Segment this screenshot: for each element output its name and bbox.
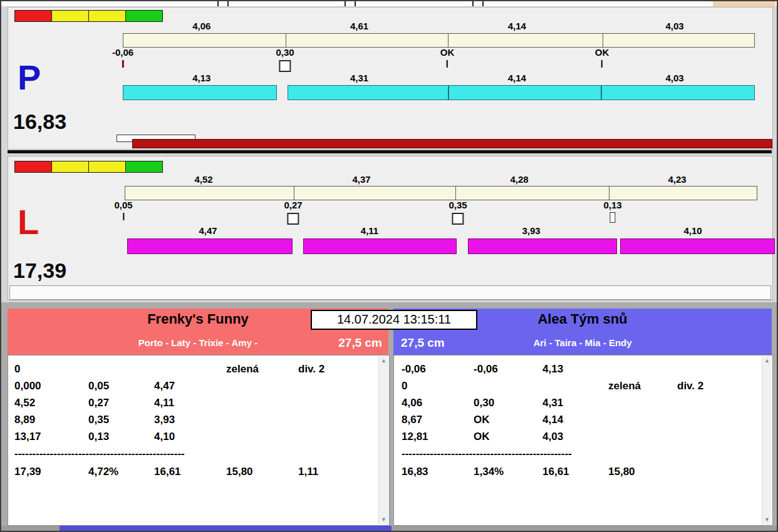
- separator-row: ----------------------------------------…: [14, 448, 277, 460]
- traffic-light-green: [125, 161, 163, 173]
- cell: 0: [14, 363, 88, 376]
- gate-tick: [123, 213, 124, 220]
- gate-value: 0,13: [603, 200, 621, 210]
- scroll-up-icon[interactable]: ▲: [762, 356, 772, 366]
- scrollbar[interactable]: ▲ ▼: [378, 356, 388, 524]
- cell: [608, 363, 677, 376]
- progress-bar-red: [132, 139, 772, 148]
- cell: div. 2: [298, 363, 324, 376]
- total-row: 16,831,34%16,6115,80: [402, 466, 677, 478]
- cell: 17,39: [14, 466, 88, 478]
- cell: [608, 397, 677, 409]
- top-tick: [472, 1, 474, 6]
- cell: div. 2: [677, 380, 703, 392]
- scroll-up-icon[interactable]: ▲: [379, 356, 388, 366]
- cell: 0,000: [14, 380, 88, 392]
- split-time-bottom: 4,11: [289, 225, 450, 237]
- sector-separator: [286, 34, 286, 47]
- empty-progress-track: [9, 285, 771, 300]
- result-row: 0zelenádiv. 2: [14, 363, 324, 376]
- traffic-light-yellow-1: [51, 161, 89, 173]
- cell: 4,11: [154, 397, 226, 409]
- cell: 4,52: [14, 397, 88, 409]
- gate-checkbox[interactable]: [452, 213, 464, 225]
- gate-value: 0,05: [114, 200, 132, 210]
- cell: 1,11: [298, 466, 318, 478]
- cell: 0,27: [88, 397, 154, 409]
- sector-separator: [448, 34, 449, 47]
- cell: 16,61: [542, 466, 608, 478]
- cell: [542, 380, 608, 392]
- gate-tick-red: [122, 60, 123, 68]
- split-time-top: 4,28: [440, 174, 598, 185]
- result-row: 4,520,274,11: [14, 397, 298, 409]
- bottom-strip: [1, 526, 777, 531]
- gate-checkbox[interactable]: [287, 213, 299, 225]
- separator-row: ----------------------------------------…: [402, 448, 665, 460]
- result-row: -0,06-0,064,13: [402, 363, 677, 376]
- cell: 15,80: [226, 466, 298, 478]
- result-row: 4,060,304,31: [402, 397, 677, 409]
- cell: -0,06: [402, 363, 474, 376]
- traffic-light-red: [14, 10, 52, 22]
- lap-bar-segment: [468, 238, 617, 254]
- cell: zelená: [608, 380, 677, 392]
- cell: [474, 380, 542, 392]
- run-total-time-l: 17,39: [13, 258, 66, 283]
- result-row: 8,67OK4,14: [402, 414, 677, 426]
- cell: 4,31: [542, 397, 608, 409]
- split-time-top: 4,14: [438, 21, 596, 32]
- gate-4: 0,13: [603, 200, 621, 223]
- datetime-display: 14.07.2024 13:15:11: [311, 310, 477, 330]
- sector-separator: [455, 187, 456, 200]
- timing-window: 4,06 4,61 4,14 4,03 -0,06 0,30 OK OK 4,1: [0, 0, 778, 532]
- scroll-down-icon[interactable]: ▼: [762, 515, 772, 524]
- traffic-light-yellow-2: [88, 161, 126, 173]
- scroll-down-icon[interactable]: ▼: [379, 515, 388, 524]
- run-panel-p: 4,06 4,61 4,14 4,03 -0,06 0,30 OK OK 4,1: [8, 7, 773, 150]
- cell: 4,06: [402, 397, 474, 409]
- gate-slim-box: [609, 212, 615, 223]
- results-text-left[interactable]: 0zelenádiv. 2 0,0000,054,47 4,520,274,11…: [8, 355, 390, 526]
- split-time-top: 4,52: [125, 174, 283, 185]
- bottom-progress-bar: [60, 526, 392, 531]
- cell: [226, 397, 298, 409]
- cell: -0,06: [474, 363, 542, 376]
- split-time-top: 4,37: [283, 174, 440, 185]
- gate-value: 0,35: [449, 200, 467, 210]
- top-tick: [482, 1, 484, 6]
- gate-tick: [601, 60, 603, 68]
- cell: 0,13: [88, 431, 154, 443]
- cell: 8,89: [14, 414, 88, 426]
- split-time-bottom: 4,14: [438, 73, 596, 84]
- cell: 13,17: [14, 431, 88, 443]
- scrollbar[interactable]: ▲ ▼: [762, 356, 772, 524]
- lap-bar-segment: [123, 85, 277, 100]
- split-time-bottom: 4,13: [123, 73, 281, 84]
- sector-separator: [609, 187, 609, 200]
- gate-value: 0,30: [276, 47, 294, 58]
- top-tick: [227, 1, 229, 6]
- cell: 12,81: [402, 431, 474, 443]
- run-letter-p: P: [18, 60, 41, 95]
- gate-checkbox[interactable]: [279, 60, 291, 72]
- top-right-block: [713, 1, 775, 6]
- gate-4: OK: [595, 47, 609, 68]
- top-tick: [217, 1, 219, 6]
- sector-bar: [125, 186, 757, 200]
- gate-2: 0,30: [276, 47, 294, 72]
- split-time-bottom: 4,47: [127, 225, 289, 237]
- traffic-light: [14, 161, 163, 173]
- results-text-right[interactable]: -0,06-0,064,13 0zelenádiv. 2 4,060,304,3…: [393, 355, 773, 526]
- cell: 4,10: [154, 431, 226, 443]
- cell: 8,67: [402, 414, 474, 426]
- top-tick: [345, 1, 346, 6]
- gate-tick: [447, 60, 448, 68]
- team-height-right: 27,5 cm: [401, 336, 445, 350]
- run-letter-l: L: [18, 205, 39, 240]
- split-times-bottom-row: 4,13 4,31 4,14 4,03: [123, 73, 754, 84]
- lap-bar-segment: [601, 85, 755, 100]
- result-row: 8,890,353,93: [14, 414, 298, 426]
- run-panel-l: 4,52 4,37 4,28 4,23 0,05 0,27 0,35 0,13: [8, 156, 773, 300]
- traffic-light-yellow-1: [51, 10, 89, 22]
